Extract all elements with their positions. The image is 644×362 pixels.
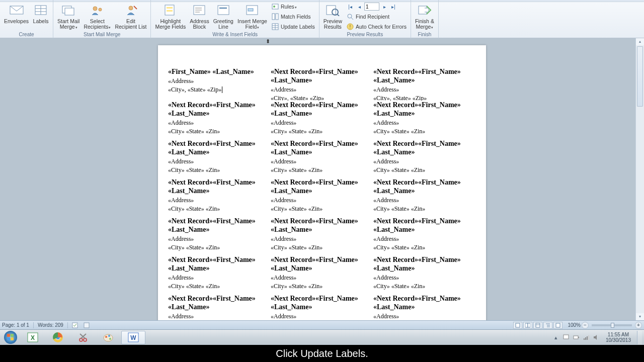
scroll-thumb[interactable] — [637, 46, 643, 107]
clock[interactable]: 11:55 AM 10/30/2013 — [603, 332, 634, 343]
task-chrome[interactable] — [46, 331, 70, 344]
label-cell[interactable]: «Next Record»«First_Name» «Last_Name»«Ad… — [168, 101, 271, 139]
svg-rect-17 — [218, 6, 229, 15]
finish-merge-button[interactable]: Finish &Merge — [413, 1, 436, 31]
label-cell[interactable]: «Next Record»«First_Name» «Last_Name»«Ad… — [168, 139, 271, 178]
prev-record-button[interactable]: ◂ — [355, 3, 363, 11]
full-screen-view[interactable] — [523, 322, 532, 329]
print-layout-view[interactable] — [513, 322, 522, 329]
first-record-button[interactable]: |◂ — [346, 3, 354, 11]
label-cell[interactable]: «Next Record»«First_Name» «Last_Name»«Ad… — [373, 178, 476, 217]
show-desktop-button[interactable] — [637, 331, 642, 344]
zoom-level[interactable]: 100% — [568, 322, 581, 328]
check-icon: ! — [346, 23, 354, 31]
svg-point-63 — [105, 336, 107, 338]
merge-city-line: «City» «State» «Zin» — [373, 166, 471, 174]
merge-address-line: «Address» — [373, 158, 471, 165]
greeting-line-button[interactable]: GreetingLine — [211, 1, 235, 31]
labels-button[interactable]: Labels — [31, 1, 51, 25]
zoom-out-button[interactable]: − — [582, 322, 589, 329]
highlight-merge-fields-button[interactable]: HighlightMerge Fields — [153, 1, 188, 31]
label-cell[interactable]: «Next Record»«First_Name» «Last_Name»«Ad… — [373, 255, 476, 294]
tray-up-icon[interactable]: ▴ — [552, 334, 559, 341]
outline-view[interactable] — [543, 322, 552, 329]
update-labels-button[interactable]: Update Labels — [269, 22, 317, 31]
label-cell[interactable]: «Next Record»«First_Name» «Last_Name»«Ad… — [373, 67, 476, 101]
vertical-scrollbar[interactable]: ▴ ▾ — [635, 38, 644, 320]
find-recipient-button[interactable]: Find Recipient — [344, 12, 409, 21]
label-cell[interactable]: «First_Name» «Last_Name»«Address»«City»,… — [168, 67, 271, 101]
merge-name-line: «Next Record»«First_Name» «Last_Name» — [271, 101, 368, 118]
label-cell[interactable]: «Next Record»«First_Name» «Last_Name»«Ad… — [271, 217, 373, 255]
tray-network-icon[interactable] — [583, 334, 590, 341]
label-cell[interactable]: «Next Record»«First_Name» «Last_Name»«Ad… — [271, 67, 373, 101]
labels-icon — [33, 2, 49, 18]
zoom-slider[interactable] — [592, 324, 632, 326]
label-cell[interactable]: «Next Record»«First_Name» «Last_Name»«Ad… — [373, 294, 476, 320]
task-word[interactable]: W — [121, 331, 145, 344]
system-tray: ▴ 11:55 AM 10/30/2013 — [552, 331, 643, 344]
label-cell[interactable]: «Next Record»«First_Name» «Last_Name»«Ad… — [373, 217, 476, 255]
match-fields-button[interactable]: Match Fields — [269, 12, 317, 21]
zoom-in-button[interactable]: + — [635, 322, 642, 329]
preview-results-button[interactable]: PreviewResults — [321, 1, 344, 31]
svg-point-22 — [273, 6, 275, 8]
scroll-down-button[interactable]: ▾ — [636, 313, 644, 320]
merge-city-line: «City» «State» «Zin» — [168, 128, 266, 135]
label-cell[interactable]: «Next Record»«First_Name» «Last_Name»«Ad… — [271, 294, 373, 320]
document-page[interactable]: ⬍ «First_Name» «Last_Name»«Address»«City… — [158, 45, 486, 320]
insert-field-icon — [244, 2, 260, 18]
label-cell[interactable]: «Next Record»«First_Name» «Last_Name»«Ad… — [373, 139, 476, 178]
web-layout-view[interactable] — [533, 322, 542, 329]
merge-name-line: «Next Record»«First_Name» «Last_Name» — [168, 294, 266, 311]
tray-power-icon[interactable] — [573, 334, 580, 341]
task-snip[interactable] — [71, 331, 95, 344]
edit-recipient-list-button[interactable]: EditRecipient List — [113, 1, 148, 31]
task-excel[interactable]: X — [21, 331, 45, 344]
label-cell[interactable]: «Next Record»«First_Name» «Last_Name»«Ad… — [168, 294, 271, 320]
start-button[interactable] — [1, 330, 20, 344]
merge-address-line: «Address» — [168, 158, 266, 165]
scroll-up-button[interactable]: ▴ — [636, 38, 644, 45]
svg-rect-20 — [248, 9, 253, 11]
label-cell[interactable]: «Next Record»«First_Name» «Last_Name»«Ad… — [168, 178, 271, 217]
proofing-icon[interactable] — [72, 322, 79, 329]
merge-name-line: «Next Record»«First_Name» «Last_Name» — [271, 178, 368, 195]
tray-flag-icon[interactable] — [562, 334, 570, 341]
select-recipients-button[interactable]: SelectRecipients — [82, 1, 113, 31]
next-record-button[interactable]: ▸ — [380, 3, 388, 11]
svg-point-7 — [93, 7, 97, 11]
envelopes-button[interactable]: Envelopes — [2, 1, 31, 25]
rules-button[interactable]: Rules — [269, 2, 317, 11]
merge-address-line: «Address» — [373, 313, 471, 320]
match-icon — [271, 13, 279, 21]
merge-name-line: «Next Record»«First_Name» «Last_Name» — [373, 139, 471, 156]
svg-point-62 — [104, 334, 113, 341]
rules-icon — [271, 3, 279, 11]
caption-text: Click Update Labels. — [276, 348, 368, 359]
label-cell[interactable]: «Next Record»«First_Name» «Last_Name»«Ad… — [168, 255, 271, 294]
insert-merge-field-button[interactable]: Insert MergeField — [235, 1, 269, 31]
last-record-button[interactable]: ▸| — [389, 3, 397, 11]
macro-icon[interactable] — [83, 322, 90, 329]
auto-check-errors-button[interactable]: ! Auto Check for Errors — [344, 22, 409, 31]
ribbon: Envelopes Labels Create Start MailMerge — [0, 0, 644, 38]
merge-name-line: «Next Record»«First_Name» «Last_Name» — [271, 67, 368, 84]
label-cell[interactable]: «Next Record»«First_Name» «Last_Name»«Ad… — [271, 178, 373, 217]
record-number-input[interactable] — [364, 3, 379, 11]
label-cell[interactable]: «Next Record»«First_Name» «Last_Name»«Ad… — [271, 255, 373, 294]
word-count[interactable]: Words: 209 — [38, 322, 63, 328]
task-paint[interactable] — [96, 331, 120, 344]
merge-city-line: «City», «State» «Zip» — [373, 95, 471, 101]
address-block-button[interactable]: AddressBlock — [188, 1, 211, 31]
merge-name-line: «Next Record»«First_Name» «Last_Name» — [373, 101, 471, 118]
label-cell[interactable]: «Next Record»«First_Name» «Last_Name»«Ad… — [271, 139, 373, 178]
merge-address-line: «Address» — [373, 235, 471, 243]
label-cell[interactable]: «Next Record»«First_Name» «Last_Name»«Ad… — [373, 101, 476, 139]
label-cell[interactable]: «Next Record»«First_Name» «Last_Name»«Ad… — [168, 217, 271, 255]
label-cell[interactable]: «Next Record»«First_Name» «Last_Name»«Ad… — [271, 101, 373, 139]
page-indicator[interactable]: Page: 1 of 1 — [2, 322, 29, 328]
draft-view[interactable] — [553, 322, 562, 329]
start-mail-merge-button[interactable]: Start MailMerge — [55, 1, 82, 31]
tray-volume-icon[interactable] — [593, 334, 600, 341]
